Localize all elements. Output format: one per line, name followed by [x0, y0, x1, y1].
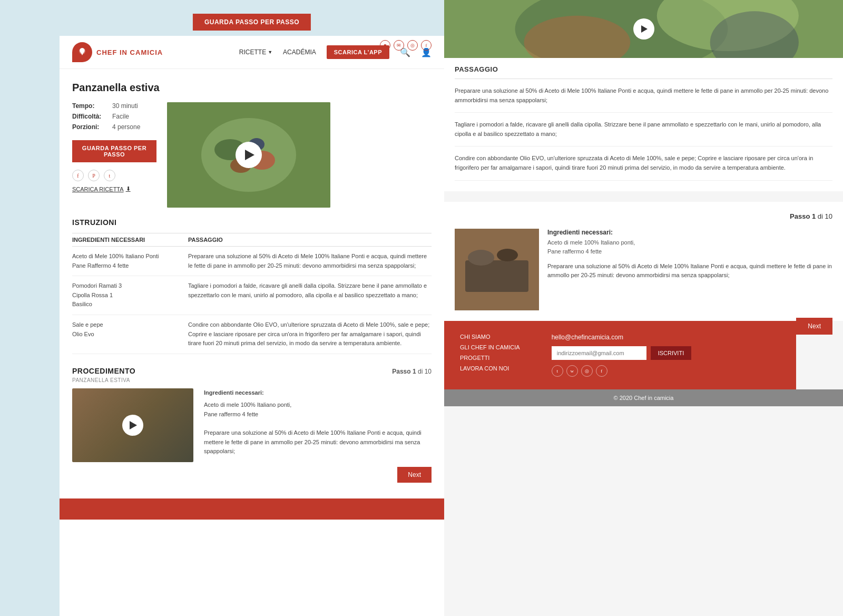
- footer-newsletter: ISCRIVITI: [552, 346, 781, 360]
- footer-chi-siamo[interactable]: CHI SIAMO: [460, 334, 520, 340]
- logo-text: CHEF IN CAMICIA: [96, 48, 163, 56]
- meta-tempo: Tempo: 30 minuti: [72, 102, 156, 110]
- istruzioni-table-header: INGREDIENTI NECESSARI PASSAGGIO: [72, 233, 432, 247]
- guarda-passo-top-button[interactable]: GUARDA PASSO PER PASSO: [193, 14, 311, 31]
- header: ♥ ✉ ◎ f CHEF IN CAMICIA RICETTE ▼: [60, 36, 444, 69]
- istruzioni-row-1: Aceto di Mele 100% Italiano PontiPane Ra…: [72, 247, 432, 276]
- step-item-1: Preparare una soluzione al 50% di Aceto …: [455, 79, 832, 113]
- right-panel: PASSAGGIO Preparare una soluzione al 50%…: [444, 0, 843, 616]
- col-ingredienti-label: INGREDIENTI NECESSARI: [72, 237, 188, 243]
- istruzioni-heading: ISTRUZIONI: [72, 218, 432, 227]
- social-icon-facebook[interactable]: f: [421, 40, 432, 51]
- passo-ingredients-title: Ingredienti necessari:: [547, 229, 832, 236]
- passaggio-3: Condire con abbondante Olio EVO, un'ulte…: [188, 320, 432, 348]
- col-passaggio-label: PASSAGGIO: [188, 237, 432, 243]
- proc-text: Ingredienti necessari: Aceto di mele 100…: [204, 388, 432, 483]
- passo-description: Preparare una soluzione al 50% di Aceto …: [547, 262, 832, 280]
- footer-social-icons: t w ◎ f: [552, 365, 781, 377]
- logo-icon: [72, 42, 92, 62]
- passaggio-1: Preparare una soluzione al 50% di Aceto …: [188, 252, 432, 270]
- footer-copyright: © 2020 Chef in camicia: [444, 389, 843, 406]
- proc-ingredients-list: Aceto di mele 100% Italiano ponti,Pane r…: [204, 400, 432, 419]
- istruzioni-row-3: Sale e pepeOlio Evo Condire con abbondan…: [72, 315, 432, 354]
- procedimento-heading: PROCEDIMENTO: [72, 367, 135, 375]
- recipe-social-icons: f P t: [72, 170, 156, 181]
- right-top-image: [444, 0, 843, 58]
- proc-description: Preparare una soluzione al 50% di Aceto …: [204, 428, 432, 456]
- step-item-2: Tagliare i pomodori a falde, ricavare gl…: [455, 113, 832, 146]
- header-social-icons: ♥ ✉ ◎ f: [380, 40, 432, 51]
- page-wrapper: GUARDA PASSO PER PASSO ♥ ✉ ◎ f CHEF IN C…: [0, 0, 843, 616]
- istruzioni-section: ISTRUZIONI INGREDIENTI NECESSARI PASSAGG…: [60, 218, 444, 354]
- guarda-passo-button[interactable]: GUARDA PASSO PER PASSO: [72, 140, 156, 162]
- recipe-title: Panzanella estiva: [72, 82, 432, 94]
- svg-point-15: [497, 249, 518, 261]
- social-twitter-icon[interactable]: t: [104, 170, 115, 181]
- footer-instagram-icon[interactable]: ◎: [581, 365, 593, 377]
- social-icon-heart[interactable]: ♥: [380, 40, 390, 51]
- recipe-play-button[interactable]: [236, 142, 262, 168]
- svg-rect-13: [465, 260, 528, 292]
- chevron-down-icon: ▼: [268, 50, 272, 55]
- footer-gli-chef[interactable]: GLI CHEF IN CAMICIA: [460, 344, 520, 350]
- meta-difficolta: Difficoltà: Facile: [72, 113, 156, 120]
- passo-detail: Passo 1 di 10 Ingredienti necessari: Ace…: [444, 202, 843, 321]
- social-pinterest-icon[interactable]: P: [88, 170, 100, 181]
- next-button[interactable]: Next: [397, 467, 432, 483]
- step-item-3: Condire con abbondante Olio EVO, un'ulte…: [455, 146, 832, 180]
- social-icon-instagram[interactable]: ◎: [407, 40, 418, 51]
- social-icon-whatsapp[interactable]: ✉: [394, 40, 404, 51]
- footer: CHI SIAMO GLI CHEF IN CAMICIA PROGETTI L…: [444, 321, 796, 389]
- svg-point-14: [468, 250, 494, 266]
- recipe-meta: Tempo: 30 minuti Difficoltà: Facile Porz…: [72, 102, 156, 208]
- proc-play-icon: [130, 421, 137, 429]
- main-content: GUARDA PASSO PER PASSO ♥ ✉ ◎ f CHEF IN C…: [60, 36, 444, 616]
- passaggio-title: PASSAGGIO: [455, 58, 832, 79]
- proc-layout: Ingredienti necessari: Aceto di mele 100…: [72, 388, 432, 483]
- recipe-image: [167, 102, 330, 208]
- passaggio-2: Tagliare i pomodori a falde, ricavare gl…: [188, 281, 432, 309]
- passo-detail-text: Ingredienti necessari: Aceto di mele 100…: [547, 229, 832, 310]
- passo-ingredients-list: Aceto di mele 100% Italiano ponti,Pane r…: [547, 238, 832, 257]
- footer-right: hello@chefincamicia.com ISCRIVITI t w ◎ …: [552, 334, 781, 377]
- recipe-image-wrapper: [167, 102, 432, 208]
- nav-ricette[interactable]: RICETTE ▼: [239, 48, 272, 56]
- meta-porzioni: Porzioni: 4 persone: [72, 123, 156, 131]
- footer-twitter-icon[interactable]: t: [552, 365, 563, 377]
- procedimento-header: PROCEDIMENTO Passo 1 di 10: [72, 367, 432, 375]
- passo-detail-image: [455, 229, 539, 310]
- procedimento-section: PROCEDIMENTO Passo 1 di 10 PANZANELLA ES…: [60, 367, 444, 483]
- passo-indicator: Passo 1 di 10: [392, 368, 432, 375]
- nav-academia[interactable]: ACADÉMIA: [283, 48, 316, 56]
- right-play-icon: [641, 25, 648, 33]
- newsletter-input[interactable]: [552, 346, 646, 360]
- next-button-right[interactable]: Next: [796, 318, 832, 335]
- proc-ingredients-title: Ingredienti necessari:: [204, 388, 432, 398]
- footer-whatsapp-icon[interactable]: w: [566, 365, 578, 377]
- right-top-play-button[interactable]: [633, 18, 654, 40]
- recipe-section: Panzanella estiva Tempo: 30 minuti Diffi…: [60, 69, 444, 208]
- social-facebook-icon[interactable]: f: [72, 170, 84, 181]
- ingredienti-3: Sale e pepeOlio Evo: [72, 320, 188, 348]
- footer-nav: CHI SIAMO GLI CHEF IN CAMICIA PROGETTI L…: [460, 334, 520, 377]
- ingredienti-1: Aceto di Mele 100% Italiano PontiPane Ra…: [72, 252, 188, 270]
- play-icon: [245, 150, 254, 160]
- istruzioni-row-2: Pomodori Ramati 3Cipolla Rossa 1Basilico…: [72, 276, 432, 315]
- passo-detail-layout: Ingredienti necessari: Aceto di mele 100…: [455, 229, 832, 310]
- procedimento-subtitle: PANZANELLA ESTIVA: [72, 377, 432, 383]
- logo-area: CHEF IN CAMICIA: [72, 42, 163, 62]
- scarica-ricetta-link[interactable]: SCARICA RICETTA ⬇: [72, 185, 156, 192]
- passo-detail-header: Passo 1 di 10: [455, 212, 832, 220]
- footer-facebook-icon[interactable]: f: [596, 365, 607, 377]
- footer-progetti[interactable]: PROGETTI: [460, 355, 520, 361]
- footer-email: hello@chefincamicia.com: [552, 334, 781, 341]
- iscriviti-button[interactable]: ISCRIVITI: [651, 346, 692, 360]
- ingredienti-2: Pomodori Ramati 3Cipolla Rossa 1Basilico: [72, 281, 188, 309]
- proc-play-button[interactable]: [122, 415, 143, 436]
- download-icon: ⬇: [126, 185, 131, 192]
- bottom-red-bar: [60, 498, 444, 520]
- footer-lavora[interactable]: LAVORA CON NOI: [460, 365, 520, 371]
- proc-image: [72, 388, 193, 462]
- recipe-layout: Tempo: 30 minuti Difficoltà: Facile Porz…: [72, 102, 432, 208]
- step-panel: PASSAGGIO Preparare una soluzione al 50%…: [444, 58, 843, 191]
